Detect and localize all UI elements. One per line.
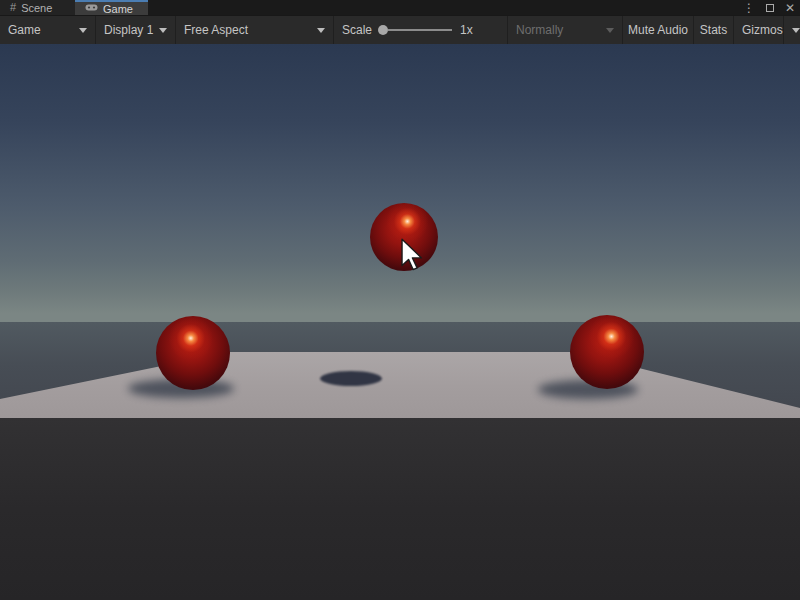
scale-control: Scale 1x [333,16,507,44]
tab-game[interactable]: Game [75,0,148,15]
chevron-down-icon [792,28,800,33]
scale-label: Scale [342,23,372,37]
stats-label: Stats [700,23,727,37]
chevron-down-icon [606,28,614,33]
play-focus-label: Normally [516,23,563,37]
aspect-ratio-label: Free Aspect [184,23,248,37]
scale-value: 1x [460,23,473,37]
gamepad-icon [85,3,98,14]
chevron-down-icon [79,28,87,33]
tab-bar: # Scene Game ⋮ ✕ [0,0,800,15]
game-render-viewport[interactable] [0,44,800,600]
scale-slider-track[interactable] [388,29,452,31]
mouse-cursor-icon [401,238,424,272]
gizmos-dropdown[interactable]: Gizmos [733,16,800,44]
game-view-toolbar: Game Display 1 Free Aspect Scale 1x Norm… [0,15,800,44]
tab-scene[interactable]: # Scene [0,0,75,15]
aspect-ratio-dropdown[interactable]: Free Aspect [175,16,333,44]
display-mode-label: Game [8,23,41,37]
chevron-down-icon [317,28,325,33]
mute-audio-label: Mute Audio [628,23,688,37]
gizmos-label: Gizmos [742,23,783,37]
gizmos-arrow-section[interactable] [783,16,800,44]
red-sphere-right [570,315,644,389]
stats-button[interactable]: Stats [693,16,733,44]
display-target-dropdown[interactable]: Display 1 [95,16,175,44]
kebab-menu-icon[interactable]: ⋮ [743,2,755,14]
display-target-label: Display 1 [104,23,153,37]
window-controls: ⋮ ✕ [743,0,795,15]
display-mode-dropdown[interactable]: Game [0,16,95,44]
mute-audio-button[interactable]: Mute Audio [622,16,693,44]
close-icon[interactable]: ✕ [785,2,795,14]
tab-game-label: Game [103,3,133,15]
chevron-down-icon [159,28,167,33]
tab-scene-label: Scene [21,2,52,14]
scene-grid-icon: # [10,2,16,13]
sky-gradient [0,44,800,322]
scale-slider-knob[interactable] [378,25,388,35]
play-focus-dropdown: Normally [507,16,622,44]
sphere-shadow-floating [320,371,382,386]
near-foreground [0,418,800,600]
red-sphere-left [156,316,230,390]
maximize-icon[interactable] [766,4,774,12]
game-view-window: # Scene Game ⋮ ✕ Game Display 1 [0,0,800,600]
